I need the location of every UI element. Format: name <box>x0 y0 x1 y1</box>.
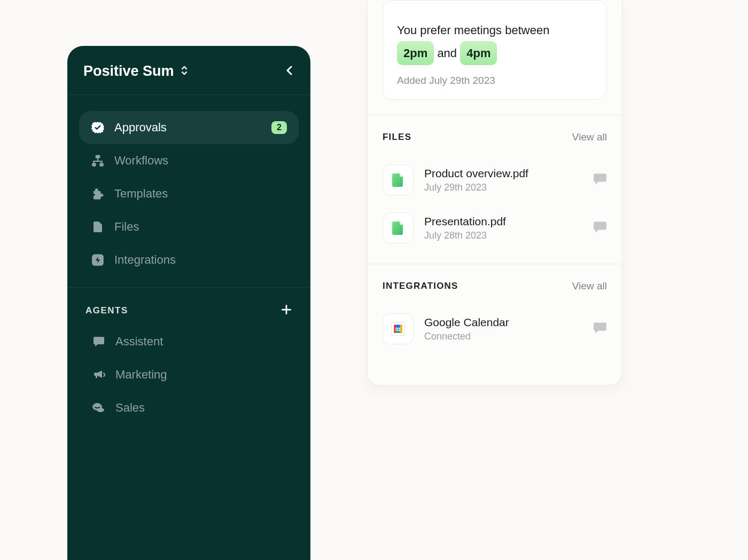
add-agent-button[interactable] <box>280 304 292 318</box>
nav-item-files[interactable]: Files <box>79 210 299 243</box>
nav-item-workflows[interactable]: Workflows <box>79 144 299 177</box>
sidebar-nav: Approvals 2 Workflows <box>67 95 310 288</box>
workspace-title: Positive Sum <box>83 63 174 80</box>
google-calendar-icon: 31 <box>390 321 406 337</box>
file-row-body: Product overview.pdf July 29th 2023 <box>424 167 582 193</box>
svg-rect-4 <box>93 161 102 162</box>
agent-item-label: Assistent <box>115 335 163 349</box>
nav-item-label: Workflows <box>114 154 287 168</box>
svg-rect-5 <box>93 161 94 163</box>
integration-name: Google Calendar <box>424 316 582 329</box>
approval-badge-icon <box>91 121 105 135</box>
file-row-icon <box>383 164 414 195</box>
nav-item-label: Integrations <box>114 253 287 267</box>
agent-item-sales[interactable]: Sales <box>83 391 294 424</box>
file-date: July 28th 2023 <box>424 230 582 241</box>
integrations-section-title: INTEGRATIONS <box>383 281 458 291</box>
time-pill-a: 2pm <box>397 41 434 66</box>
files-view-all-link[interactable]: View all <box>572 131 607 143</box>
nav-item-badge: 2 <box>271 121 287 134</box>
svg-text:31: 31 <box>395 327 401 332</box>
preference-card: You prefer meetings between 2pm and 4pm … <box>383 0 607 100</box>
integrations-view-all-link[interactable]: View all <box>572 280 607 292</box>
chevron-up-down-icon <box>180 65 189 78</box>
preference-text: You prefer meetings between 2pm and 4pm <box>397 20 593 65</box>
agents-section-header: AGENTS <box>83 304 294 318</box>
agents-section-title: AGENTS <box>85 305 128 316</box>
document-icon <box>392 172 404 187</box>
nav-item-label: Approvals <box>114 121 262 135</box>
back-button[interactable] <box>285 66 294 77</box>
workflow-icon <box>91 154 105 168</box>
integration-status: Connected <box>424 331 582 342</box>
integrations-section-header: INTEGRATIONS View all <box>383 280 607 292</box>
sidebar: Positive Sum Approvals 2 <box>67 46 310 560</box>
puzzle-icon <box>91 187 105 201</box>
file-row[interactable]: Product overview.pdf July 29th 2023 <box>383 156 607 204</box>
svg-rect-0 <box>96 155 100 159</box>
file-name: Product overview.pdf <box>424 167 582 180</box>
integration-comment-button[interactable] <box>593 321 607 336</box>
sidebar-header: Positive Sum <box>67 46 310 95</box>
svg-point-11 <box>97 408 104 412</box>
files-section-header: FILES View all <box>383 131 607 143</box>
chat-bubble-icon <box>593 220 607 233</box>
integration-row[interactable]: 31 Google Calendar Connected <box>383 305 607 353</box>
megaphone-icon <box>92 368 106 382</box>
file-comment-button[interactable] <box>593 220 607 235</box>
svg-rect-3 <box>97 159 98 161</box>
time-pill-b: 4pm <box>460 41 497 66</box>
document-icon <box>392 220 404 235</box>
preference-prefix: You prefer meetings between <box>397 23 549 37</box>
preference-joiner: and <box>437 46 457 60</box>
file-row-body: Presentation.pdf July 28th 2023 <box>424 215 582 241</box>
integration-row-icon: 31 <box>383 313 414 344</box>
file-date: July 29th 2023 <box>424 182 582 193</box>
nav-item-label: Files <box>114 220 287 234</box>
integration-row-body: Google Calendar Connected <box>424 316 582 342</box>
integrations-section: INTEGRATIONS View all 31 Google Calendar… <box>368 264 622 385</box>
svg-point-10 <box>94 403 101 407</box>
agent-item-assistant[interactable]: Assistent <box>83 325 294 358</box>
detail-panel: You prefer meetings between 2pm and 4pm … <box>367 0 622 385</box>
nav-item-approvals[interactable]: Approvals 2 <box>79 111 299 144</box>
bolt-square-icon <box>91 253 105 267</box>
file-icon <box>91 220 105 234</box>
svg-rect-2 <box>99 163 104 167</box>
nav-item-integrations[interactable]: Integrations <box>79 243 299 277</box>
svg-rect-1 <box>92 163 96 167</box>
agents-section: AGENTS Assistent <box>67 288 310 430</box>
preference-added: Added July 29th 2023 <box>397 75 593 86</box>
nav-item-templates[interactable]: Templates <box>79 177 299 210</box>
agent-item-marketing[interactable]: Marketing <box>83 358 294 391</box>
file-row[interactable]: Presentation.pdf July 28th 2023 <box>383 204 607 252</box>
agent-item-label: Sales <box>115 401 145 415</box>
file-comment-button[interactable] <box>593 172 607 187</box>
chat-bubble-icon <box>593 321 607 334</box>
agent-item-label: Marketing <box>115 368 167 382</box>
nav-item-label: Templates <box>114 187 287 201</box>
workspace-switcher[interactable]: Positive Sum <box>83 63 189 80</box>
svg-rect-6 <box>102 161 103 163</box>
file-row-icon <box>383 212 414 243</box>
files-section: FILES View all Product overview.pdf July… <box>368 115 622 264</box>
files-section-title: FILES <box>383 132 411 143</box>
chat-icon <box>92 335 106 349</box>
chat-bubble-icon <box>593 172 607 185</box>
file-name: Presentation.pdf <box>424 215 582 228</box>
coins-icon <box>92 401 106 415</box>
